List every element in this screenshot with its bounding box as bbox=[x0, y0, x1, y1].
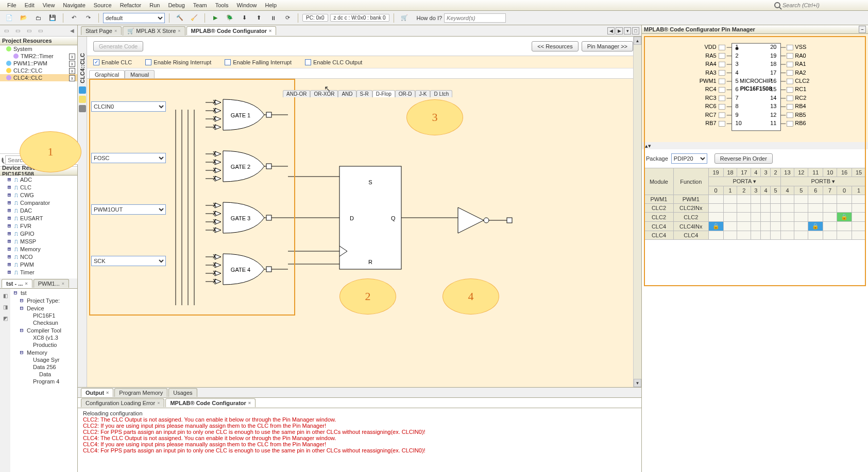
pin-row[interactable]: CLC4CLC4 bbox=[644, 231, 866, 240]
menu-source[interactable]: Source bbox=[90, 1, 116, 9]
pin-cell[interactable] bbox=[737, 195, 751, 204]
global-search-input[interactable] bbox=[782, 2, 865, 8]
expand-icon[interactable]: ⊟ bbox=[19, 327, 25, 334]
pin-cell[interactable] bbox=[723, 213, 737, 222]
bottom-tab[interactable]: Output × bbox=[81, 388, 113, 397]
close-icon[interactable]: × bbox=[248, 400, 251, 406]
gutter-icon[interactable] bbox=[79, 105, 86, 112]
pin-cell[interactable] bbox=[761, 222, 771, 231]
gutter-icon[interactable] bbox=[79, 86, 86, 94]
run-icon[interactable]: ▶ bbox=[209, 12, 222, 24]
bottom-sub-tab[interactable]: MPLAB® Code Configurator × bbox=[165, 398, 256, 407]
tab-tool-icon[interactable]: ◀ bbox=[607, 27, 615, 34]
pin-cell[interactable] bbox=[823, 195, 837, 204]
pin-cell[interactable] bbox=[780, 204, 794, 213]
logic-type-tab[interactable]: D Ltch bbox=[430, 90, 452, 97]
pin-cell[interactable] bbox=[737, 222, 751, 231]
pin-cell[interactable] bbox=[837, 222, 852, 231]
close-icon[interactable]: x bbox=[69, 68, 75, 74]
device-res-item[interactable]: ⊞⎍Comparator bbox=[0, 199, 77, 206]
generate-code-button[interactable]: Generate Code bbox=[93, 41, 143, 51]
reverse-pin-order-button[interactable]: Reverse Pin Order bbox=[714, 153, 773, 164]
bottom-tab[interactable]: Usages bbox=[168, 388, 197, 397]
clc-input-select[interactable]: SCK bbox=[91, 256, 166, 266]
menu-debug[interactable]: Debug bbox=[164, 1, 189, 9]
pin-row[interactable]: CLC4CLC4INx🔒🔒 bbox=[644, 222, 866, 231]
pin-cell[interactable] bbox=[808, 195, 823, 204]
logic-type-tab[interactable]: AND-OR bbox=[283, 90, 310, 97]
menu-edit[interactable]: Edit bbox=[21, 1, 39, 9]
project-res-item[interactable]: TMR2::Timerx bbox=[0, 53, 77, 60]
bottom-sub-tab[interactable]: Configuration Loading Error × bbox=[81, 398, 164, 407]
new-project-icon[interactable]: 📂 bbox=[18, 12, 30, 24]
expand-icon[interactable]: ⊟ bbox=[19, 297, 25, 304]
redo-icon[interactable]: ↷ bbox=[82, 12, 94, 24]
nav-tree-item[interactable]: ⊟Device bbox=[10, 304, 77, 312]
device-res-item[interactable]: ⊞⎍Timer bbox=[0, 268, 77, 276]
view-tab[interactable]: Graphical bbox=[89, 70, 125, 78]
menu-tools[interactable]: Tools bbox=[211, 1, 233, 9]
pin-cell[interactable] bbox=[708, 213, 723, 222]
close-icon[interactable]: x bbox=[69, 61, 75, 67]
tab-tool-icon[interactable]: □ bbox=[632, 27, 639, 34]
expand-icon[interactable]: ⊞ bbox=[6, 215, 12, 221]
nav-tree-item[interactable]: XC8 (v1.3 bbox=[10, 334, 77, 341]
pin-cell[interactable] bbox=[837, 195, 852, 204]
option-checkbox[interactable]: Enable CLC Output bbox=[305, 59, 362, 65]
device-res-item[interactable]: ⊞⎍EUSART bbox=[0, 214, 77, 222]
gutter-icon[interactable] bbox=[79, 96, 86, 103]
pin-row[interactable]: PWM1PWM1 bbox=[644, 195, 866, 204]
nav-tree-item[interactable]: Program 4 bbox=[10, 378, 77, 385]
output-sub-tabs[interactable]: Configuration Loading Error ×MPLAB® Code… bbox=[78, 398, 641, 408]
open-icon[interactable]: 🗀 bbox=[32, 12, 44, 24]
halt-icon[interactable]: ⏸ bbox=[267, 12, 279, 24]
reset-icon[interactable]: ⟳ bbox=[281, 12, 294, 24]
pin-cell[interactable] bbox=[723, 204, 737, 213]
pin-cell[interactable] bbox=[737, 231, 751, 240]
project-res-item[interactable]: System bbox=[0, 45, 77, 53]
howdo-input[interactable] bbox=[444, 13, 506, 23]
device-resources-tree[interactable]: ⊞⎍ADC⊞⎍CLC⊞⎍CWG⊞⎍Comparator⊞⎍DAC⊞⎍EUSART… bbox=[0, 176, 77, 278]
pin-cell[interactable] bbox=[737, 204, 751, 213]
logic-type-tab[interactable]: S-R bbox=[356, 90, 372, 97]
nav-tree-item[interactable]: Checksun bbox=[10, 319, 77, 326]
editor-tab[interactable]: MPLAB® Code Configurator × bbox=[186, 26, 277, 35]
bottom-tab[interactable]: Program Memory bbox=[114, 388, 167, 397]
output-tabs[interactable]: Output ×Program MemoryUsages bbox=[78, 388, 641, 398]
expand-icon[interactable]: ⊞ bbox=[6, 184, 12, 190]
pin-row[interactable]: CLC2CLC2INx bbox=[644, 204, 866, 213]
tab-tool-icon[interactable]: ▶ bbox=[616, 27, 623, 34]
editor-tab[interactable]: Start Page × bbox=[81, 26, 122, 35]
pin-cell[interactable] bbox=[823, 213, 837, 222]
device-res-item[interactable]: ⊞⎍CLC bbox=[0, 183, 77, 191]
nav-tree-item[interactable]: ⊟Compiler Tool bbox=[10, 326, 77, 334]
logic-type-tab[interactable]: AND bbox=[338, 90, 356, 97]
nav-tab-strip[interactable]: tst - ... ×PWM1... × bbox=[0, 278, 77, 289]
view-tab[interactable]: Manual bbox=[125, 70, 155, 78]
expand-icon[interactable]: ⊞ bbox=[6, 176, 12, 183]
pin-cell[interactable] bbox=[794, 195, 808, 204]
pin-cell[interactable] bbox=[794, 213, 808, 222]
pin-cell-locked[interactable]: 🔒 bbox=[708, 222, 723, 231]
menu-refactor[interactable]: Refactor bbox=[116, 1, 146, 9]
pin-cell[interactable] bbox=[852, 213, 866, 222]
pin-cell[interactable] bbox=[708, 204, 723, 213]
option-checkbox[interactable]: Enable Falling Interrupt bbox=[225, 59, 292, 65]
nav-tab[interactable]: PWM1... × bbox=[33, 279, 69, 288]
pin-cell[interactable] bbox=[808, 213, 823, 222]
nav-tree-item[interactable]: Data bbox=[10, 371, 77, 378]
nav-icon[interactable]: ◩ bbox=[0, 313, 10, 323]
clc-input-select[interactable]: PWM1OUT bbox=[91, 204, 166, 215]
collapse-handle[interactable]: ▴▾ bbox=[642, 142, 868, 149]
close-icon[interactable]: × bbox=[157, 400, 160, 406]
pin-manager-button[interactable]: Pin Manager >> bbox=[582, 41, 633, 51]
pin-cell[interactable] bbox=[761, 231, 771, 240]
pin-cell[interactable] bbox=[761, 195, 771, 204]
debug-icon[interactable]: 🪲 bbox=[224, 12, 236, 24]
pin-cell[interactable] bbox=[794, 204, 808, 213]
clc-input-select[interactable]: FOSC bbox=[91, 153, 166, 163]
pin-cell[interactable] bbox=[852, 195, 866, 204]
menu-file[interactable]: File bbox=[3, 1, 21, 9]
pin-cell[interactable] bbox=[771, 231, 780, 240]
pin-cell[interactable] bbox=[780, 222, 794, 231]
